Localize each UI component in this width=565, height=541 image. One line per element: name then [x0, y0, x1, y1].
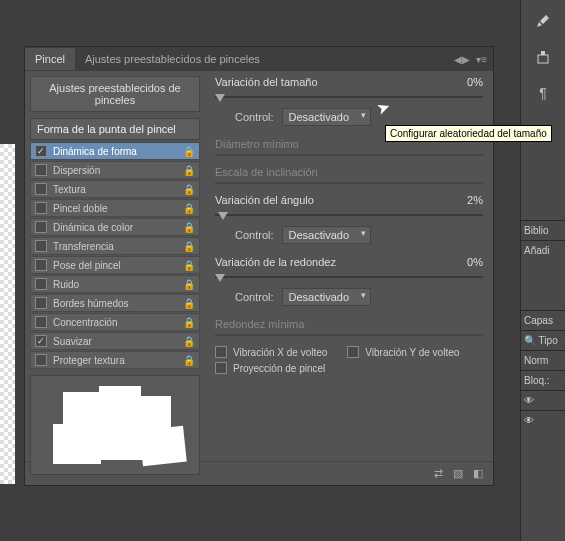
size-jitter-slider[interactable] — [215, 92, 483, 102]
min-roundness-slider — [215, 334, 483, 336]
panel-biblio[interactable]: Biblio — [520, 220, 565, 240]
option-checkbox[interactable] — [35, 164, 47, 176]
option-checkbox[interactable] — [35, 240, 47, 252]
lock-icon[interactable]: 🔒 — [183, 336, 195, 347]
option-label: Bordes húmedos — [53, 298, 183, 309]
panel-capas[interactable]: Capas — [520, 310, 565, 330]
tilt-scale-label: Escala de inclinación — [215, 166, 483, 178]
brush-option-row[interactable]: Transferencia🔒 — [30, 237, 200, 255]
size-jitter-value[interactable]: 0% — [467, 76, 483, 88]
brush-option-row[interactable]: Pose del pincel🔒 — [30, 256, 200, 274]
brush-options-list: Ajustes preestablecidos de pinceles Form… — [25, 71, 205, 461]
brush-presets-button[interactable]: Ajustes preestablecidos de pinceles — [30, 76, 200, 112]
option-label: Transferencia — [53, 241, 183, 252]
control-label-2: Control: — [235, 229, 274, 241]
roundness-jitter-slider[interactable] — [215, 272, 483, 282]
canvas-transparency — [0, 144, 15, 484]
collapse-icon[interactable]: ◀▶ — [454, 54, 470, 65]
size-jitter-label: Variación del tamaño — [215, 76, 318, 88]
lock-icon[interactable]: 🔒 — [183, 184, 195, 195]
option-label: Concentración — [53, 317, 183, 328]
option-checkbox[interactable] — [35, 316, 47, 328]
size-control-select[interactable]: Desactivado — [282, 108, 371, 126]
option-checkbox[interactable] — [35, 183, 47, 195]
create-brush-icon[interactable]: ◧ — [473, 467, 483, 480]
brush-panel: Pincel Ajustes preestablecidos de pincel… — [24, 46, 494, 486]
angle-jitter-slider[interactable] — [215, 210, 483, 220]
brush-option-row[interactable]: Dispersión🔒 — [30, 161, 200, 179]
flip-x-checkbox[interactable]: Vibración X de volteo — [215, 346, 327, 358]
brush-stroke-preview — [30, 375, 200, 475]
min-diameter-slider — [215, 154, 483, 156]
lock-icon[interactable]: 🔒 — [183, 241, 195, 252]
brush-option-row[interactable]: Dinámica de color🔒 — [30, 218, 200, 236]
lock-icon[interactable]: 🔒 — [183, 165, 195, 176]
brush-option-row[interactable]: Ruido🔒 — [30, 275, 200, 293]
brush-option-row[interactable]: Proteger textura🔒 — [30, 351, 200, 369]
control-label-1: Control: — [235, 111, 274, 123]
lock-icon[interactable]: 🔒 — [183, 279, 195, 290]
brush-option-row[interactable]: ✓Dinámica de forma🔒 — [30, 142, 200, 160]
brush-option-row[interactable]: Pincel doble🔒 — [30, 199, 200, 217]
option-label: Suavizar — [53, 336, 183, 347]
min-roundness-label: Redondez mínima — [215, 318, 483, 330]
option-checkbox[interactable] — [35, 221, 47, 233]
tab-brush[interactable]: Pincel — [25, 48, 75, 70]
option-label: Ruido — [53, 279, 183, 290]
roundness-control-select[interactable]: Desactivado — [282, 288, 371, 306]
panel-bloq: Bloq.: — [520, 370, 565, 390]
visibility-eye-1[interactable]: 👁 — [520, 390, 565, 410]
option-checkbox[interactable] — [35, 202, 47, 214]
tab-presets[interactable]: Ajustes preestablecidos de pinceles — [75, 48, 270, 70]
option-label: Textura — [53, 184, 183, 195]
panel-tabs: Pincel Ajustes preestablecidos de pincel… — [25, 47, 493, 71]
lock-icon[interactable]: 🔒 — [183, 146, 195, 157]
brush-tip-header[interactable]: Forma de la punta del pincel — [30, 118, 200, 140]
new-preset-icon[interactable]: ▧ — [453, 467, 463, 480]
visibility-eye-2[interactable]: 👁 — [520, 410, 565, 430]
brush-option-row[interactable]: Textura🔒 — [30, 180, 200, 198]
lock-icon[interactable]: 🔒 — [183, 222, 195, 233]
lock-icon[interactable]: 🔒 — [183, 298, 195, 309]
panel-norm[interactable]: Norm — [520, 350, 565, 370]
brush-tool-icon[interactable] — [528, 6, 558, 36]
brush-option-row[interactable]: ✓Suavizar🔒 — [30, 332, 200, 350]
option-label: Dispersión — [53, 165, 183, 176]
option-label: Dinámica de color — [53, 222, 183, 233]
svg-rect-1 — [541, 51, 545, 55]
angle-jitter-label: Variación del ángulo — [215, 194, 314, 206]
lock-icon[interactable]: 🔒 — [183, 203, 195, 214]
panel-menu-icon[interactable]: ▾≡ — [476, 54, 487, 65]
panel-anadir[interactable]: Añadi — [520, 240, 565, 260]
paragraph-tool-icon[interactable]: ¶ — [528, 78, 558, 108]
option-checkbox[interactable] — [35, 354, 47, 366]
option-label: Proteger textura — [53, 355, 183, 366]
brush-projection-checkbox[interactable]: Proyección de pincel — [215, 362, 483, 374]
panel-tipo[interactable]: 🔍 Tipo — [520, 330, 565, 350]
option-checkbox[interactable] — [35, 297, 47, 309]
option-checkbox[interactable]: ✓ — [35, 145, 47, 157]
lock-icon[interactable]: 🔒 — [183, 260, 195, 271]
clone-tool-icon[interactable] — [528, 42, 558, 72]
svg-rect-0 — [538, 55, 548, 63]
right-toolbar: ¶ Biblio Añadi Capas 🔍 Tipo Norm Bloq.: … — [520, 0, 565, 541]
tilt-scale-slider — [215, 182, 483, 184]
option-label: Pose del pincel — [53, 260, 183, 271]
lock-icon[interactable]: 🔒 — [183, 317, 195, 328]
option-checkbox[interactable]: ✓ — [35, 335, 47, 347]
angle-control-select[interactable]: Desactivado — [282, 226, 371, 244]
angle-jitter-value[interactable]: 2% — [467, 194, 483, 206]
roundness-jitter-label: Variación de la redondez — [215, 256, 336, 268]
option-label: Dinámica de forma — [53, 146, 183, 157]
brush-option-row[interactable]: Concentración🔒 — [30, 313, 200, 331]
option-checkbox[interactable] — [35, 259, 47, 271]
tooltip: Configurar aleatoriedad del tamaño — [385, 125, 552, 142]
lock-icon[interactable]: 🔒 — [183, 355, 195, 366]
brush-option-row[interactable]: Bordes húmedos🔒 — [30, 294, 200, 312]
option-checkbox[interactable] — [35, 278, 47, 290]
roundness-jitter-value[interactable]: 0% — [467, 256, 483, 268]
toggle-preview-icon[interactable]: ⇄ — [434, 467, 443, 480]
control-label-3: Control: — [235, 291, 274, 303]
flip-y-checkbox[interactable]: Vibración Y de volteo — [347, 346, 459, 358]
option-label: Pincel doble — [53, 203, 183, 214]
